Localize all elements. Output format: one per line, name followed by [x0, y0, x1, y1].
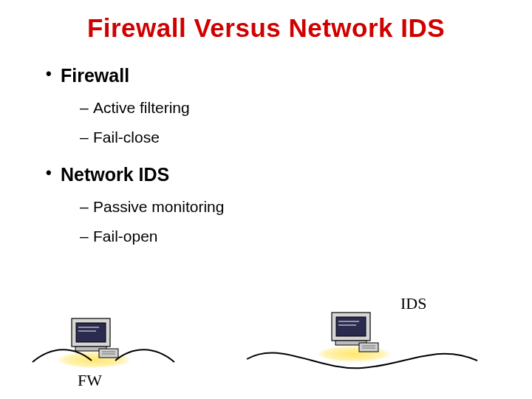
svg-rect-1 [76, 323, 106, 342]
bullet-active-filtering: Active filtering [80, 93, 495, 123]
bullet-fail-open: Fail-open [80, 222, 495, 251]
ids-label: IDS [400, 294, 426, 313]
cable-bypass-icon [244, 338, 480, 375]
bullet-list: Firewall Active filtering Fail-close Net… [46, 61, 495, 251]
slide-title: Firewall Versus Network IDS [37, 13, 495, 43]
bullet-network-ids: Network IDS [46, 160, 495, 189]
diagram: IDS FW [0, 294, 532, 398]
sub-list-ids: Passive monitoring Fail-open [80, 192, 495, 251]
bullet-firewall: Firewall [46, 61, 495, 90]
svg-rect-9 [336, 317, 366, 336]
sub-list-firewall: Active filtering Fail-close [80, 93, 495, 152]
bullet-fail-close: Fail-close [80, 123, 495, 152]
bullet-passive-monitoring: Passive monitoring [80, 192, 495, 222]
cable-through-icon [30, 344, 177, 374]
slide: Firewall Versus Network IDS Firewall Act… [0, 0, 532, 399]
